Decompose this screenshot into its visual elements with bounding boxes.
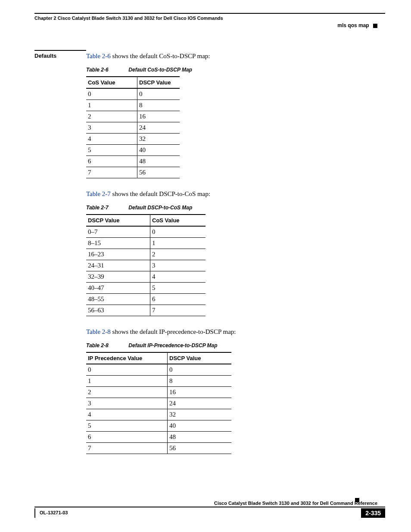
page-footer: Cisco Catalyst Blade Switch 3130 and 303… bbox=[34, 501, 385, 518]
intro-text-2: Table 2-7 shows the default DSCP-to-CoS … bbox=[86, 190, 385, 198]
intro-text-3: Table 2-8 shows the default IP-precedenc… bbox=[86, 328, 385, 336]
table-row: 540 bbox=[86, 145, 180, 156]
table-row: 56–637 bbox=[86, 305, 206, 316]
table-row: 216 bbox=[86, 111, 180, 122]
table-row: 16–232 bbox=[86, 249, 206, 260]
table-cell: 3 bbox=[86, 398, 168, 409]
caption-title: Default DSCP-to-CoS Map bbox=[128, 205, 192, 211]
table-cell: 8 bbox=[168, 376, 232, 387]
col-header: CoS Value bbox=[86, 77, 137, 88]
table-cell: 56 bbox=[137, 167, 180, 178]
table-cell: 6 bbox=[86, 432, 168, 443]
table-cell: 24 bbox=[137, 122, 180, 134]
table-row: 648 bbox=[86, 432, 231, 443]
table-row: 432 bbox=[86, 134, 180, 145]
table-cell: 4 bbox=[86, 409, 168, 420]
table-cell: 0 bbox=[168, 364, 232, 376]
table-row: 24–313 bbox=[86, 260, 206, 271]
table-cell: 40 bbox=[137, 145, 180, 156]
footer-page-number: 2-335 bbox=[361, 508, 385, 518]
table-cell: 2 bbox=[86, 111, 137, 122]
table-cell: 5 bbox=[86, 420, 168, 432]
table-cell: 7 bbox=[150, 305, 206, 316]
table-cell: 0 bbox=[86, 364, 168, 376]
table-cell: 2 bbox=[86, 387, 168, 398]
intro-rest: shows the default DSCP-to-CoS map: bbox=[111, 190, 210, 197]
caption-number: Table 2-8 bbox=[86, 342, 127, 348]
caption-number: Table 2-7 bbox=[86, 205, 127, 211]
table-ref-link[interactable]: Table 2-6 bbox=[86, 53, 111, 59]
table-cell: 1 bbox=[86, 100, 137, 111]
table-cell: 24–31 bbox=[86, 260, 150, 271]
table-row: 756 bbox=[86, 443, 231, 454]
col-header: DSCP Value bbox=[137, 77, 180, 88]
table-cell: 6 bbox=[150, 294, 206, 305]
table-cell: 56–63 bbox=[86, 305, 150, 316]
table-caption-2: Table 2-7 Default DSCP-to-CoS Map bbox=[86, 205, 385, 211]
table-cell: 3 bbox=[86, 122, 137, 134]
table-cell: 7 bbox=[86, 443, 168, 454]
caption-number: Table 2-6 bbox=[86, 67, 127, 73]
table-cell: 8–15 bbox=[86, 238, 150, 249]
table-cell: 48–55 bbox=[86, 294, 150, 305]
table-row: 18 bbox=[86, 100, 180, 111]
decorative-square-icon bbox=[373, 24, 377, 28]
intro-rest: shows the default CoS-to-DSCP map: bbox=[111, 53, 210, 59]
table-cell: 16 bbox=[168, 387, 232, 398]
table-caption-1: Table 2-6 Default CoS-to-DSCP Map bbox=[86, 67, 385, 73]
table-row: 8–151 bbox=[86, 238, 206, 249]
table-cell: 48 bbox=[168, 432, 232, 443]
footer-doc-id: OL-13271-03 bbox=[34, 508, 68, 518]
table-caption-3: Table 2-8 Default IP-Precedence-to-DSCP … bbox=[86, 342, 385, 348]
table-cell: 4 bbox=[86, 134, 137, 145]
table-cell: 0–7 bbox=[86, 226, 150, 238]
chapter-header: Chapter 2 Cisco Catalyst Blade Switch 31… bbox=[34, 13, 385, 21]
dscp-to-cos-table: DSCP Value CoS Value 0–708–15116–23224–3… bbox=[86, 214, 206, 316]
table-ref-link[interactable]: Table 2-7 bbox=[86, 190, 111, 197]
table-cell: 24 bbox=[168, 398, 232, 409]
table-cell: 1 bbox=[86, 376, 168, 387]
table-cell: 32 bbox=[137, 134, 180, 145]
footer-doc-title: Cisco Catalyst Blade Switch 3130 and 303… bbox=[34, 501, 385, 507]
table-row: 40–475 bbox=[86, 283, 206, 294]
intro-text-1: Table 2-6 shows the default CoS-to-DSCP … bbox=[86, 53, 385, 60]
caption-title: Default CoS-to-DSCP Map bbox=[128, 67, 192, 73]
table-cell: 3 bbox=[150, 260, 206, 271]
table-cell: 7 bbox=[86, 167, 137, 178]
table-cell: 0 bbox=[150, 226, 206, 238]
table-row: 648 bbox=[86, 156, 180, 167]
table-row: 756 bbox=[86, 167, 180, 178]
table-cell: 2 bbox=[150, 249, 206, 260]
table-cell: 16–23 bbox=[86, 249, 150, 260]
table-row: 540 bbox=[86, 420, 231, 432]
table-cell: 48 bbox=[137, 156, 180, 167]
col-header: IP Precedence Value bbox=[86, 352, 168, 364]
table-ref-link[interactable]: Table 2-8 bbox=[86, 328, 111, 335]
col-header: CoS Value bbox=[150, 215, 206, 226]
cos-to-dscp-table: CoS Value DSCP Value 0018216324432540648… bbox=[86, 76, 180, 178]
table-row: 0–70 bbox=[86, 226, 206, 238]
table-cell: 1 bbox=[150, 238, 206, 249]
table-cell: 32 bbox=[168, 409, 232, 420]
table-row: 324 bbox=[86, 398, 231, 409]
table-row: 324 bbox=[86, 122, 180, 134]
table-cell: 32–39 bbox=[86, 271, 150, 283]
col-header: DSCP Value bbox=[86, 215, 150, 226]
table-cell: 40–47 bbox=[86, 283, 150, 294]
table-cell: 56 bbox=[168, 443, 232, 454]
table-row: 32–394 bbox=[86, 271, 206, 283]
table-cell: 0 bbox=[86, 88, 137, 100]
table-cell: 4 bbox=[150, 271, 206, 283]
table-row: 00 bbox=[86, 88, 180, 100]
caption-title: Default IP-Precedence-to-DSCP Map bbox=[128, 342, 217, 348]
table-row: 432 bbox=[86, 409, 231, 420]
section-label-defaults: Defaults bbox=[34, 50, 86, 59]
table-row: 216 bbox=[86, 387, 231, 398]
decorative-square-icon bbox=[355, 498, 359, 502]
table-cell: 5 bbox=[150, 283, 206, 294]
table-cell: 16 bbox=[137, 111, 180, 122]
intro-rest: shows the default IP-precedence-to-DSCP … bbox=[111, 328, 236, 335]
table-row: 18 bbox=[86, 376, 231, 387]
table-cell: 5 bbox=[86, 145, 137, 156]
ip-precedence-to-dscp-table: IP Precedence Value DSCP Value 001821632… bbox=[86, 352, 231, 454]
